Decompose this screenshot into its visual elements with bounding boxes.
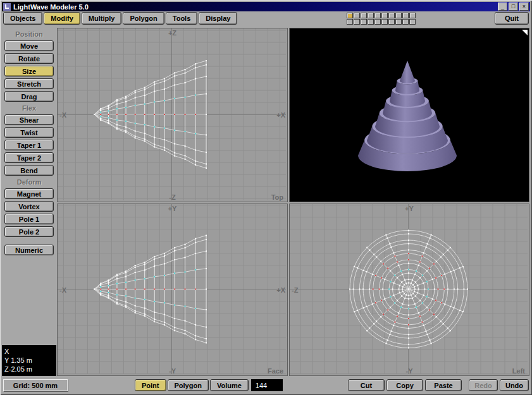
axis-label-plus-z: +Z — [168, 29, 176, 37]
menu-tabs: ObjectsModifyMultiplyPolygonToolsDisplay — [3, 12, 237, 25]
app-window: LightWave Modeler 5.0 _ □ × ObjectsModif… — [0, 0, 532, 395]
section-label-flex: Flex — [2, 104, 56, 112]
preset-button[interactable] — [388, 19, 395, 25]
preset-button[interactable] — [347, 13, 353, 18]
mode-button-volume[interactable]: Volume — [210, 379, 249, 391]
axis-label-plus-x: +X — [276, 286, 285, 294]
close-button[interactable]: × — [519, 3, 529, 11]
sidebar-item-vortex[interactable]: Vortex — [4, 201, 54, 212]
action-button-copy[interactable]: Copy — [387, 379, 423, 391]
axis-label-plus-y: +Y — [405, 205, 414, 212]
coordinate-readout: X Y 1.35 m Z-2.05 m — [2, 345, 56, 376]
sidebar-item-taper-1[interactable]: Taper 1 — [4, 140, 54, 150]
axis-label-minus-y: -Y — [169, 367, 176, 375]
preset-button[interactable] — [374, 19, 381, 25]
action-button-redo: Redo — [469, 379, 498, 391]
top-view-canvas — [58, 28, 286, 200]
window-controls: _ □ × — [498, 3, 529, 11]
menubar: ObjectsModifyMultiplyPolygonToolsDisplay… — [2, 12, 530, 26]
section-label-position: Position — [2, 30, 56, 38]
coord-x: X — [4, 347, 54, 356]
mode-button-point[interactable]: Point — [135, 379, 166, 391]
left-view-canvas — [290, 204, 528, 374]
menu-tab-multiply[interactable]: Multiply — [82, 12, 122, 25]
menu-tab-display[interactable]: Display — [199, 12, 237, 25]
sidebar-item-drag[interactable]: Drag — [4, 91, 54, 102]
axis-label-minus-x: -X — [59, 111, 66, 119]
sidebar-item-shear[interactable]: Shear — [4, 114, 54, 125]
axis-label-minus-z: -Z — [292, 286, 298, 294]
sidebar-item-numeric[interactable]: Numeric — [4, 245, 54, 255]
preset-button[interactable] — [368, 19, 374, 25]
app-icon — [3, 3, 11, 11]
mode-button-polygon[interactable]: Polygon — [168, 379, 209, 391]
section-label-deform: Deform — [2, 178, 56, 186]
sidebar-item-pole-1[interactable]: Pole 1 — [4, 214, 54, 224]
preset-button[interactable] — [388, 13, 395, 18]
titlebar[interactable]: LightWave Modeler 5.0 _ □ × — [2, 2, 530, 11]
preset-button[interactable] — [409, 19, 416, 25]
sidebar-item-pole-2[interactable]: Pole 2 — [4, 226, 54, 237]
maximize-button[interactable]: □ — [509, 3, 518, 11]
menu-tab-objects[interactable]: Objects — [3, 12, 42, 25]
sidebar-item-move[interactable]: Move — [4, 40, 54, 51]
selection-mode-buttons: PointPolygonVolume144 — [135, 379, 283, 391]
axis-label-minus-y: -Y — [406, 367, 413, 375]
preset-button[interactable] — [368, 13, 374, 18]
sidebar-item-size[interactable]: Size — [4, 66, 54, 76]
preset-button[interactable] — [354, 19, 360, 25]
viewport-name-left: Left — [512, 367, 525, 375]
preset-button[interactable] — [402, 13, 409, 18]
action-button-paste[interactable]: Paste — [425, 379, 462, 391]
axis-label-plus-y: +Y — [168, 205, 177, 212]
sidebar: PositionMoveRotateSizeStretchDragFlexShe… — [2, 28, 56, 257]
toolbar-preset-buttons — [347, 13, 416, 25]
quit-button[interactable]: Quit — [495, 12, 529, 25]
preset-button[interactable] — [402, 19, 409, 25]
preview-corner-handle[interactable] — [522, 30, 528, 35]
sidebar-item-rotate[interactable]: Rotate — [4, 53, 54, 64]
axis-label-plus-x: +X — [276, 111, 285, 119]
preset-button[interactable] — [381, 19, 388, 25]
preset-button[interactable] — [361, 13, 367, 18]
grid-size-indicator: Grid: 500 mm — [3, 379, 68, 391]
preset-button[interactable] — [395, 13, 402, 18]
menu-tab-tools[interactable]: Tools — [166, 12, 198, 25]
edit-action-buttons: CutCopyPasteRedoUndo — [348, 379, 529, 391]
viewport-face[interactable]: +Y -Y -X +X Face — [57, 204, 288, 376]
preset-button[interactable] — [409, 13, 416, 18]
preset-button[interactable] — [381, 13, 388, 18]
preset-button[interactable] — [347, 19, 353, 25]
viewport-name-top: Top — [271, 193, 283, 201]
sidebar-item-bend[interactable]: Bend — [4, 165, 54, 176]
statusbar: Grid: 500 mm PointPolygonVolume144 CutCo… — [2, 377, 530, 393]
sidebar-item-magnet[interactable]: Magnet — [4, 188, 54, 199]
action-button-cut[interactable]: Cut — [348, 379, 385, 391]
window-title: LightWave Modeler 5.0 — [13, 3, 89, 11]
viewport-name-face: Face — [268, 367, 283, 375]
preset-button[interactable] — [395, 19, 402, 25]
sidebar-item-stretch[interactable]: Stretch — [4, 78, 54, 89]
action-button-undo[interactable]: Undo — [500, 379, 529, 391]
viewport-top[interactable]: +Z -Z -X +X Top — [57, 28, 288, 202]
axis-label-minus-x: -X — [59, 286, 66, 294]
sidebar-item-taper-2[interactable]: Taper 2 — [4, 152, 54, 163]
coord-y: Y 1.35 m — [4, 356, 54, 365]
face-view-canvas — [58, 204, 286, 374]
viewport-left[interactable]: +Y -Y -Z Left — [289, 204, 529, 376]
viewport-preview[interactable] — [289, 28, 529, 202]
preview-canvas — [290, 28, 528, 200]
menu-tab-polygon[interactable]: Polygon — [123, 12, 164, 25]
preset-row — [347, 13, 416, 18]
selection-count: 144 — [251, 379, 283, 391]
sidebar-item-twist[interactable]: Twist — [4, 127, 54, 138]
preset-button[interactable] — [354, 13, 360, 18]
menu-tab-modify[interactable]: Modify — [44, 12, 80, 25]
preset-button[interactable] — [361, 19, 367, 25]
preset-button[interactable] — [374, 13, 381, 18]
coord-z: Z-2.05 m — [4, 365, 54, 374]
minimize-button[interactable]: _ — [498, 3, 507, 11]
axis-label-minus-z: -Z — [169, 193, 175, 201]
preset-row — [347, 19, 416, 25]
